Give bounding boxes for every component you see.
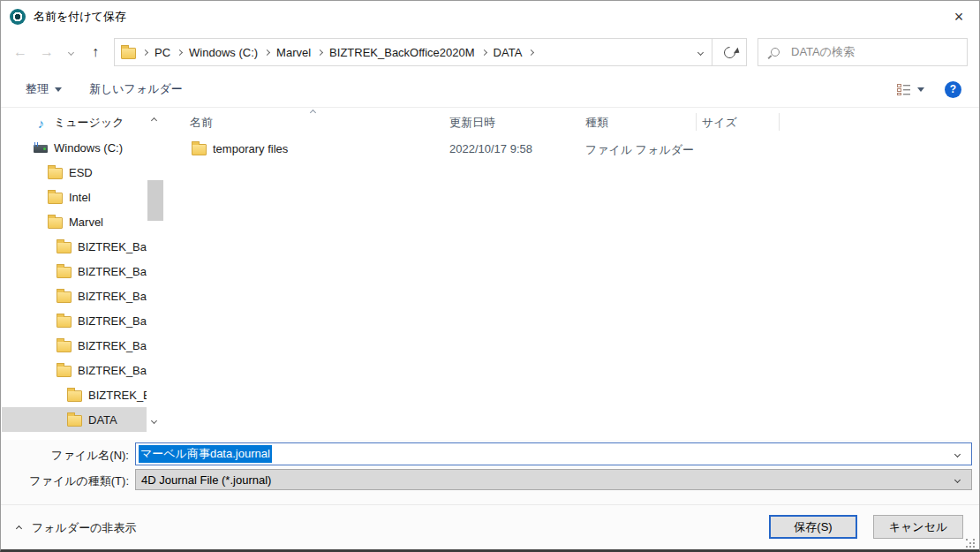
file-type: ファイル フォルダー [585, 142, 694, 158]
folder-icon [57, 267, 72, 278]
column-header[interactable]: サイズ [702, 115, 737, 131]
chevron-up-icon [16, 525, 22, 531]
breadcrumb-item[interactable]: Windows (C:) [183, 46, 264, 59]
sidebar-item[interactable]: BIZTREK_Back [2, 284, 147, 308]
title-bar: 名前を付けて保存 × [1, 1, 979, 33]
folder-icon [48, 168, 63, 179]
folder-icon [67, 390, 82, 402]
scrollbar-thumb[interactable] [147, 180, 163, 221]
chevron-down-icon[interactable] [954, 451, 961, 457]
chevron-right-icon [142, 49, 148, 55]
folder-icon [57, 366, 72, 377]
close-icon[interactable]: × [939, 1, 979, 33]
organize-label: 整理 [26, 81, 49, 97]
folder-icon [57, 341, 72, 352]
up-icon[interactable]: ↑ [82, 33, 109, 72]
help-button[interactable]: ? [945, 72, 961, 107]
sidebar-item-label: BIZTREK_Back [78, 290, 147, 303]
new-folder-label: 新しいフォルダー [89, 81, 183, 97]
sidebar-item-label: BIZTREK_Back [78, 314, 147, 328]
filename-label: ファイル名(N): [1, 448, 129, 464]
hide-folders-button[interactable]: フォルダーの非表示 [17, 520, 137, 536]
column-separator[interactable] [696, 113, 697, 131]
column-separator[interactable] [779, 113, 780, 131]
chevron-down-icon [917, 87, 924, 92]
help-icon: ? [945, 81, 961, 98]
history-chevron-icon[interactable] [63, 33, 79, 72]
folder-icon [57, 316, 72, 328]
sidebar-item-label: Windows (C:) [54, 141, 123, 155]
chevron-right-icon [317, 49, 323, 55]
music-note-icon: ♪ [34, 116, 49, 131]
search-input[interactable]: DATAの検索 [758, 38, 968, 66]
folder-icon [48, 193, 63, 204]
folder-icon [67, 415, 82, 427]
breadcrumb-item[interactable]: PC [148, 46, 177, 59]
organize-button[interactable]: 整理 [26, 72, 62, 107]
window-title: 名前を付けて保存 [34, 9, 126, 25]
filename-input[interactable]: マーベル商事data.journal [135, 442, 972, 465]
filetype-select[interactable]: 4D Journal File (*.journal) [135, 469, 972, 490]
folder-icon [57, 242, 72, 253]
sidebar-item[interactable]: DATA [2, 407, 147, 432]
sidebar-item-label: ミュージック [54, 115, 124, 131]
chevron-right-icon [481, 49, 487, 55]
back-icon[interactable]: ← [8, 33, 33, 72]
column-header[interactable]: 名前 [190, 115, 213, 131]
sidebar-item-label: BIZTREK_Back [78, 240, 147, 253]
sidebar-item[interactable]: ESD [2, 160, 147, 185]
sidebar-item[interactable]: BIZTREK_Back [2, 333, 147, 358]
sidebar-item-label: BIZTREK_Back [78, 364, 147, 377]
new-folder-button[interactable]: 新しいフォルダー [89, 72, 183, 107]
breadcrumb-item[interactable]: Marvel [270, 46, 317, 59]
sidebar-scrollbar[interactable] [147, 108, 165, 440]
breadcrumb-item[interactable]: DATA [487, 46, 529, 59]
sidebar-item[interactable]: BIZTREK_Back [2, 308, 147, 333]
sidebar-item[interactable]: BIZTREK_Back [2, 358, 147, 382]
save-as-dialog: 名前を付けて保存 × ← → ↑ PCWindows (C:)MarvelBIZ… [0, 0, 980, 552]
sidebar-item[interactable]: ♪ミュージック [2, 110, 147, 135]
sidebar-item-label: Intel [69, 191, 91, 204]
sidebar-item-label: BIZTREK_Back [78, 265, 147, 278]
sidebar-item[interactable]: BIZTREK_Back [2, 234, 147, 259]
folder-icon [57, 291, 72, 303]
file-row[interactable]: temporary files2022/10/17 9:58ファイル フォルダー [177, 137, 978, 162]
sidebar-item-label: BIZTREK_Back [78, 339, 147, 352]
sidebar-item-label: BIZTREK_BC [88, 389, 147, 402]
drive-icon [34, 145, 48, 153]
forward-icon[interactable]: → [34, 33, 59, 72]
sidebar-item[interactable]: Intel [2, 185, 147, 209]
refresh-button[interactable] [712, 39, 746, 65]
breadcrumb-item[interactable]: BIZTREK_BackOffice2020M [323, 46, 481, 59]
save-button[interactable]: 保存(S) [769, 515, 857, 539]
sidebar-item[interactable]: Marvel [2, 209, 147, 234]
refresh-icon [721, 44, 737, 60]
scroll-up-icon[interactable] [151, 117, 157, 124]
cancel-button[interactable]: キャンセル [873, 515, 963, 539]
resize-grip[interactable] [966, 539, 976, 549]
sidebar-item[interactable]: BIZTREK_Back [2, 259, 147, 284]
column-header[interactable]: 種類 [585, 115, 608, 131]
sidebar-item[interactable]: Windows (C:) [2, 135, 147, 160]
chevron-right-icon [528, 49, 534, 55]
column-header[interactable]: 更新日時 [449, 115, 495, 131]
sidebar-item-label: ESD [69, 166, 93, 179]
scroll-down-icon[interactable] [151, 418, 157, 424]
chevron-down-icon [55, 87, 62, 92]
chevron-right-icon [264, 49, 270, 55]
sidebar: ♪ミュージックWindows (C:)ESDIntelMarvelBIZTREK… [2, 108, 177, 440]
bottom-panel: ファイル名(N): マーベル商事data.journal ファイルの種類(T):… [1, 440, 979, 549]
filetype-label: ファイルの種類(T): [1, 473, 129, 489]
file-date: 2022/10/17 9:58 [449, 142, 532, 155]
footer-bar: フォルダーの非表示 保存(S) キャンセル [1, 504, 979, 551]
chevron-down-icon [954, 477, 961, 483]
sidebar-item[interactable]: BIZTREK_BC [2, 382, 147, 407]
change-view-button[interactable] [897, 72, 924, 107]
hide-folders-label: フォルダーの非表示 [32, 520, 137, 536]
list-body: temporary files2022/10/17 9:58ファイル フォルダー [177, 137, 978, 440]
file-name: temporary files [213, 142, 288, 155]
file-list: 名前更新日時種類サイズ temporary files2022/10/17 9:… [177, 108, 978, 440]
folder-icon [48, 217, 63, 229]
address-dropdown-button[interactable] [689, 39, 712, 65]
address-bar[interactable]: PCWindows (C:)MarvelBIZTREK_BackOffice20… [114, 38, 747, 66]
